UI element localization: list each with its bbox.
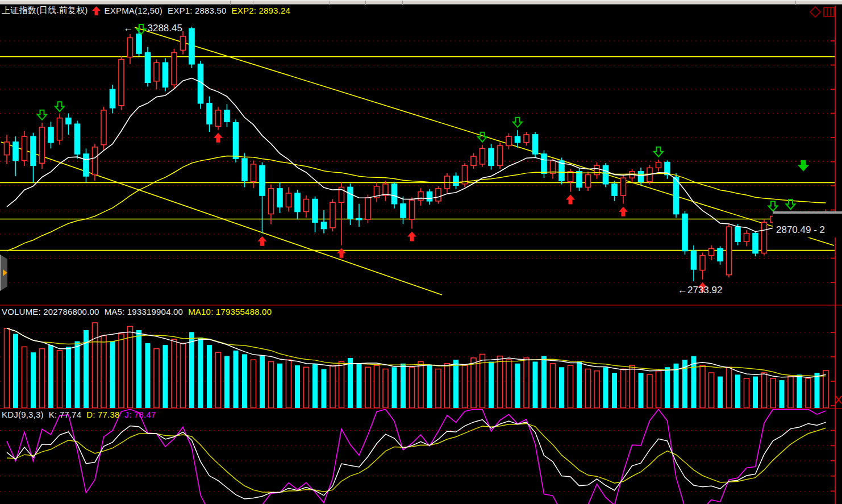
symbol-title: 上证指数(日线.前复权) — [2, 5, 88, 16]
volume-bars-group — [5, 323, 829, 408]
exp2-value: EXP2: 2893.24 — [232, 6, 291, 15]
buy-arrow-icon — [214, 133, 223, 143]
buy-arrow-icon — [337, 248, 346, 258]
strip-separator — [795, 1, 796, 5]
sidebar-collapse-handle[interactable] — [0, 255, 7, 291]
candles-group — [5, 26, 829, 281]
main-chart-header: 上证指数(日线.前复权) EXPMA(12,50) EXP1: 2883.50 … — [2, 5, 290, 16]
exp1-value: EXP1: 2883.50 — [168, 6, 227, 15]
app-root: { "header": { "symbol": "上证指数(日线.前复权)", … — [0, 0, 842, 504]
grid-lines — [0, 41, 834, 491]
buy-arrow-icon — [407, 232, 416, 241]
svg-text:←: ← — [124, 23, 134, 34]
strip-separator — [330, 1, 330, 5]
volume-header: VOLUME: 202786800.00 MA5: 193319904.00 M… — [2, 307, 272, 316]
volume-ma10-value: MA10: 179355488.00 — [188, 307, 272, 316]
strip-separator — [402, 1, 403, 5]
kdj-header: KDJ(9,3,3) K: 77.74 D: 77.38 J: 78.47 — [2, 410, 156, 419]
sell-arrow-icon — [37, 110, 47, 120]
kdj-j-value: J: 78.47 — [125, 410, 156, 419]
sell-arrow-icon — [769, 202, 778, 211]
buy-arrow-icon — [258, 236, 267, 246]
volume-ma5-value: MA5: 193319904.00 — [105, 307, 184, 316]
sell-arrow-icon — [799, 161, 808, 170]
price-range-text: 2870.49 - 2 — [776, 224, 825, 236]
chart-canvas[interactable]: ←3288.45←2733.92 — [0, 0, 842, 504]
price-range-tooltip: 2870.49 - 2 — [773, 211, 842, 238]
corner-icons — [810, 7, 834, 17]
volume-value: VOLUME: 202786800.00 — [2, 307, 99, 316]
svg-text:←2733.92: ←2733.92 — [678, 285, 722, 295]
sell-arrow-icon — [478, 132, 487, 142]
split-panes-icon[interactable] — [824, 7, 834, 16]
kdj-d-value: D: 77.38 — [86, 410, 119, 419]
frame — [0, 6, 842, 504]
expand-arrow-icon — [3, 269, 7, 276]
strip-separator — [230, 1, 231, 5]
diamond-icon[interactable] — [810, 7, 820, 17]
strip-separator — [253, 1, 253, 5]
kdj-k-value: K: 77.74 — [49, 410, 81, 419]
sell-arrow-icon — [55, 102, 64, 111]
sell-arrow-icon — [654, 147, 663, 157]
red-up-arrow-icon — [92, 6, 101, 15]
sell-arrow-icon — [513, 118, 522, 127]
indicator-name: EXPMA(12,50) — [105, 6, 162, 15]
buy-arrow-icon — [566, 195, 575, 205]
svg-text:3288.45: 3288.45 — [148, 23, 182, 34]
window-top-strip — [0, 0, 842, 5]
strip-separator — [365, 1, 366, 5]
kdj-title: KDJ(9,3,3) — [2, 410, 44, 419]
expma-lines — [7, 78, 826, 251]
price-labels: ←3288.45←2733.92 — [124, 23, 723, 295]
buy-arrow-icon — [619, 207, 628, 216]
kdj-lines-group — [7, 409, 826, 504]
